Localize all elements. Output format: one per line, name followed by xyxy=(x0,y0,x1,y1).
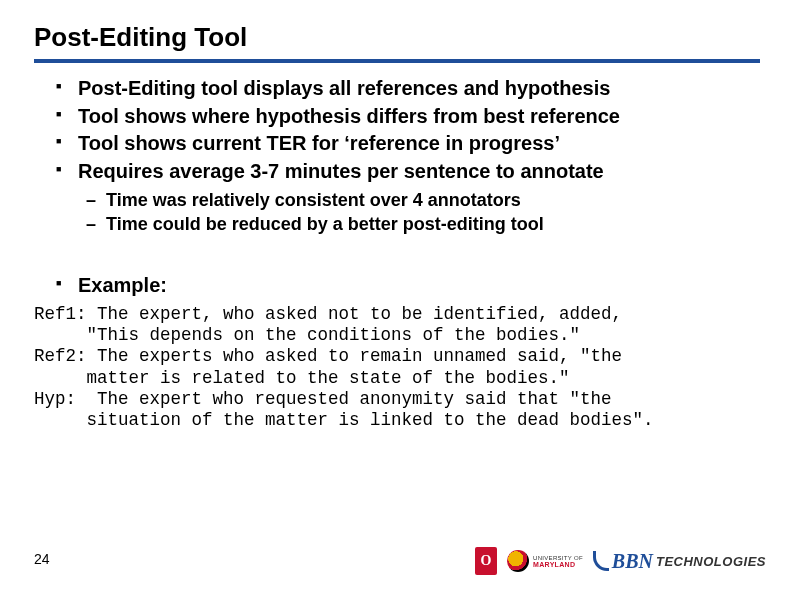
sub-bullet-item: Time was relatively consistent over 4 an… xyxy=(106,189,760,212)
bbn-tech: TECHNOLOGIES xyxy=(656,554,766,569)
example-list: Example: xyxy=(34,272,760,300)
example-label: Example: xyxy=(78,272,760,300)
bullet-item: Post-Editing tool displays all reference… xyxy=(78,75,760,103)
sub-bullet-list: Time was relatively consistent over 4 an… xyxy=(34,189,760,236)
bullet-item: Requires average 3-7 minutes per sentenc… xyxy=(78,158,760,186)
umd-text: UNIVERSITY OF MARYLAND xyxy=(533,555,583,568)
umd-line2: MARYLAND xyxy=(533,561,583,568)
umd-globe-icon xyxy=(507,550,529,572)
ohio-state-logo-icon: O xyxy=(475,547,497,575)
page-number: 24 xyxy=(34,551,50,567)
title-rule xyxy=(34,59,760,63)
bullet-item: Tool shows where hypothesis differs from… xyxy=(78,103,760,131)
bullet-list: Post-Editing tool displays all reference… xyxy=(34,75,760,185)
university-of-maryland-logo-icon: UNIVERSITY OF MARYLAND xyxy=(507,550,583,572)
bullet-item: Tool shows current TER for ‘reference in… xyxy=(78,130,760,158)
bbn-name: BBN xyxy=(612,550,653,573)
umd-line1: UNIVERSITY OF xyxy=(533,555,583,561)
sub-bullet-item: Time could be reduced by a better post-e… xyxy=(106,213,760,236)
example-text: Ref1: The expert, who asked not to be id… xyxy=(34,304,760,432)
spacer xyxy=(34,236,760,272)
logo-row: O UNIVERSITY OF MARYLAND BBN TECHNOLOGIE… xyxy=(475,547,766,575)
bbn-swoosh-icon xyxy=(593,551,609,571)
slide-title: Post-Editing Tool xyxy=(34,22,760,53)
bbn-technologies-logo-icon: BBN TECHNOLOGIES xyxy=(593,550,766,573)
slide: Post-Editing Tool Post-Editing tool disp… xyxy=(0,0,794,595)
